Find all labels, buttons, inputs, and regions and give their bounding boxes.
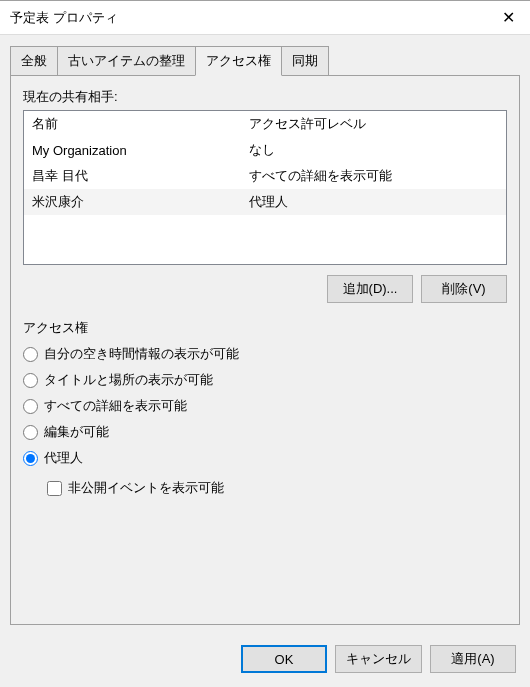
table-row[interactable]: My Organization なし — [24, 137, 506, 163]
perm-option-all-details[interactable]: すべての詳細を表示可能 — [23, 397, 507, 415]
apply-button[interactable]: 適用(A) — [430, 645, 516, 673]
tab-sync[interactable]: 同期 — [281, 46, 329, 76]
titlebar: 予定表 プロパティ ✕ — [0, 1, 530, 35]
private-checkbox[interactable] — [47, 481, 62, 496]
tab-permissions[interactable]: アクセス権 — [195, 46, 282, 76]
window-title: 予定表 プロパティ — [10, 9, 118, 27]
tab-archive[interactable]: 古いアイテムの整理 — [57, 46, 196, 76]
sharing-label: 現在の共有相手: — [23, 88, 507, 106]
ok-button[interactable]: OK — [241, 645, 327, 673]
perm-radios: 自分の空き時間情報の表示が可能 タイトルと場所の表示が可能 すべての詳細を表示可… — [23, 345, 507, 497]
col-name: 名前 — [24, 111, 241, 137]
perm-option-delegate[interactable]: 代理人 — [23, 449, 507, 467]
perm-private-checkbox-row[interactable]: 非公開イベントを表示可能 — [47, 479, 507, 497]
perm-option-freebusy[interactable]: 自分の空き時間情報の表示が可能 — [23, 345, 507, 363]
radio-input[interactable] — [23, 347, 38, 362]
radio-input[interactable] — [23, 451, 38, 466]
table-row[interactable]: 米沢康介 代理人 — [24, 189, 506, 215]
tab-content: 現在の共有相手: 名前 アクセス許可レベル My Organization なし… — [10, 75, 520, 625]
perm-option-edit[interactable]: 編集が可能 — [23, 423, 507, 441]
radio-input[interactable] — [23, 399, 38, 414]
sharing-buttons: 追加(D)... 削除(V) — [23, 275, 507, 303]
remove-button[interactable]: 削除(V) — [421, 275, 507, 303]
table-row[interactable]: 昌幸 目代 すべての詳細を表示可能 — [24, 163, 506, 189]
cancel-button[interactable]: キャンセル — [335, 645, 422, 673]
perm-label: アクセス権 — [23, 319, 507, 337]
close-icon[interactable]: ✕ — [486, 1, 530, 35]
radio-input[interactable] — [23, 373, 38, 388]
sharing-list[interactable]: 名前 アクセス許可レベル My Organization なし 昌幸 目代 すべ… — [23, 110, 507, 265]
add-button[interactable]: 追加(D)... — [327, 275, 413, 303]
tab-general[interactable]: 全般 — [10, 46, 58, 76]
dialog-buttons: OK キャンセル 適用(A) — [0, 635, 530, 687]
tabstrip: 全般 古いアイテムの整理 アクセス権 同期 — [10, 46, 520, 76]
perm-option-title-location[interactable]: タイトルと場所の表示が可能 — [23, 371, 507, 389]
dialog-window: 予定表 プロパティ ✕ 全般 古いアイテムの整理 アクセス権 同期 現在の共有相… — [0, 0, 530, 687]
table-header: 名前 アクセス許可レベル — [24, 111, 506, 137]
radio-input[interactable] — [23, 425, 38, 440]
col-level: アクセス許可レベル — [241, 111, 506, 137]
